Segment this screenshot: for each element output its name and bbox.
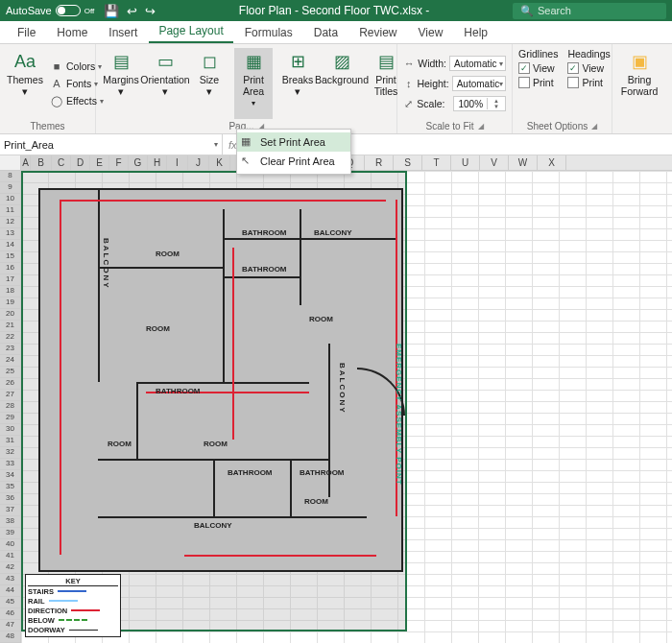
bring-forward-button[interactable]: ▣Bring Forward <box>618 48 660 130</box>
row-header-22[interactable]: 22 <box>0 332 20 344</box>
themes-button[interactable]: Aa Themes▾ <box>6 48 44 119</box>
row-header-30[interactable]: 30 <box>0 424 20 436</box>
orientation-button[interactable]: ▭Orientation▾ <box>146 48 184 119</box>
autosave-toggle[interactable]: AutoSave Off <box>6 5 94 16</box>
row-header-27[interactable]: 27 <box>0 390 20 401</box>
row-header-29[interactable]: 29 <box>0 413 20 424</box>
col-header-G[interactable]: G <box>129 155 148 170</box>
tab-page-layout[interactable]: Page Layout <box>149 20 232 43</box>
save-icon[interactable]: 💾 <box>104 4 119 18</box>
row-header-11[interactable]: 11 <box>0 205 20 217</box>
tab-help[interactable]: Help <box>454 22 497 43</box>
col-header-B[interactable]: B <box>31 155 52 170</box>
background-button[interactable]: ▨Background <box>323 48 361 119</box>
col-header-E[interactable]: E <box>90 155 109 170</box>
name-box[interactable]: Print_Area▾ <box>0 134 223 155</box>
col-header-A[interactable]: A <box>21 155 31 170</box>
tab-insert[interactable]: Insert <box>99 22 147 43</box>
row-header-20[interactable]: 20 <box>0 309 20 321</box>
margins-button[interactable]: ▤Margins▾ <box>102 48 140 119</box>
col-header-I[interactable]: I <box>167 155 188 170</box>
launcher-icon[interactable]: ◢ <box>478 122 484 131</box>
gridlines-print-check[interactable]: Print <box>518 77 558 88</box>
height-combo[interactable]: Automatic <box>452 76 506 91</box>
row-header-36[interactable]: 36 <box>0 493 20 505</box>
row-header-17[interactable]: 17 <box>0 274 20 286</box>
row-header-15[interactable]: 15 <box>0 251 20 263</box>
search-box[interactable]: 🔍 <box>513 3 666 19</box>
row-header-28[interactable]: 28 <box>0 401 20 413</box>
row-header-41[interactable]: 41 <box>0 551 20 562</box>
size-button[interactable]: ◻Size▾ <box>190 48 228 119</box>
row-header-16[interactable]: 16 <box>0 263 20 274</box>
row-header-10[interactable]: 10 <box>0 194 20 205</box>
tab-home[interactable]: Home <box>47 22 97 43</box>
col-header-V[interactable]: V <box>480 155 509 170</box>
gridlines-view-check[interactable]: ✓View <box>518 62 558 74</box>
row-header-33[interactable]: 33 <box>0 459 20 470</box>
row-header-38[interactable]: 38 <box>0 516 20 528</box>
select-all-button[interactable] <box>0 155 21 170</box>
col-header-K[interactable]: K <box>209 155 230 170</box>
row-header-47[interactable]: 47 <box>0 620 20 631</box>
row-header-14[interactable]: 14 <box>0 240 20 251</box>
group-arrange: ▣Bring Forward <box>612 44 666 133</box>
row-header-13[interactable]: 13 <box>0 228 20 240</box>
row-header-32[interactable]: 32 <box>0 447 20 459</box>
width-combo[interactable]: Automatic <box>449 56 506 71</box>
col-header-R[interactable]: R <box>365 155 394 170</box>
row-header-8[interactable]: 8 <box>0 171 20 182</box>
scale-spinner[interactable]: 100%▲▼ <box>453 96 506 111</box>
row-header-23[interactable]: 23 <box>0 344 20 355</box>
row-header-12[interactable]: 12 <box>0 217 20 228</box>
headings-view-check[interactable]: ✓View <box>567 62 610 74</box>
col-header-J[interactable]: J <box>188 155 209 170</box>
col-header-S[interactable]: S <box>394 155 422 170</box>
tab-formulas[interactable]: Formulas <box>235 22 302 43</box>
set-print-area-item[interactable]: ▦Set Print Area <box>237 132 350 152</box>
print-area-menu: ▦Set Print Area ↖Clear Print Area <box>236 129 351 175</box>
row-header-31[interactable]: 31 <box>0 436 20 447</box>
group-themes: Aa Themes▾ ■Colors▾ AFonts▾ ◯Effects▾ Th… <box>0 44 96 133</box>
row-header-25[interactable]: 25 <box>0 367 20 378</box>
col-header-U[interactable]: U <box>451 155 480 170</box>
worksheet[interactable]: ABCDEFGHIJKLMNOPQRSTUVWX 891011121314151… <box>0 155 672 643</box>
row-header-19[interactable]: 19 <box>0 298 20 309</box>
tab-data[interactable]: Data <box>304 22 348 43</box>
redo-icon[interactable]: ↪ <box>145 4 156 18</box>
search-input[interactable] <box>538 5 659 16</box>
clear-print-area-item[interactable]: ↖Clear Print Area <box>237 152 350 171</box>
grid-canvas[interactable]: ROOM ROOM ROOM ROOM ROOM ROOM BATHROOM B… <box>21 171 672 643</box>
print-area-button[interactable]: ▦Print Area▾ <box>234 48 273 119</box>
breaks-button[interactable]: ⊞Breaks▾ <box>278 48 317 119</box>
row-header-39[interactable]: 39 <box>0 528 20 539</box>
col-header-W[interactable]: W <box>509 155 538 170</box>
row-header-21[interactable]: 21 <box>0 321 20 332</box>
col-header-T[interactable]: T <box>422 155 451 170</box>
row-header-37[interactable]: 37 <box>0 505 20 516</box>
headings-print-check[interactable]: Print <box>567 77 610 88</box>
row-header-26[interactable]: 26 <box>0 378 20 390</box>
row-header-44[interactable]: 44 <box>0 585 20 597</box>
undo-icon[interactable]: ↩ <box>127 4 137 18</box>
row-header-42[interactable]: 42 <box>0 562 20 574</box>
launcher-icon[interactable]: ◢ <box>591 122 597 131</box>
tab-file[interactable]: File <box>8 22 45 43</box>
row-header-40[interactable]: 40 <box>0 539 20 551</box>
col-header-F[interactable]: F <box>109 155 129 170</box>
col-header-H[interactable]: H <box>148 155 167 170</box>
row-header-24[interactable]: 24 <box>0 355 20 367</box>
col-header-C[interactable]: C <box>52 155 71 170</box>
row-header-48[interactable]: 48 <box>0 631 20 643</box>
row-header-35[interactable]: 35 <box>0 482 20 493</box>
col-header-X[interactable]: X <box>538 155 566 170</box>
row-header-34[interactable]: 34 <box>0 470 20 482</box>
row-header-43[interactable]: 43 <box>0 574 20 585</box>
col-header-D[interactable]: D <box>71 155 90 170</box>
row-header-45[interactable]: 45 <box>0 597 20 608</box>
row-header-9[interactable]: 9 <box>0 182 20 194</box>
row-header-46[interactable]: 46 <box>0 608 20 620</box>
tab-view[interactable]: View <box>409 22 453 43</box>
row-header-18[interactable]: 18 <box>0 286 20 298</box>
tab-review[interactable]: Review <box>349 22 406 43</box>
